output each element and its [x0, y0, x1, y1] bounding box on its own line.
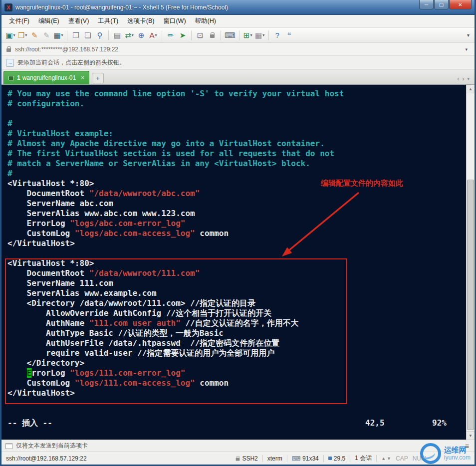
new-window-icon[interactable]: ⊞▾ — [242, 29, 254, 41]
maximize-button[interactable]: ▢ — [434, 0, 449, 9]
ssh-lock-icon — [236, 458, 240, 461]
vim-cursor-position: 42,5 — [365, 418, 385, 428]
tab-close-icon[interactable]: × — [81, 74, 84, 81]
layout-icon[interactable]: ▦▾ — [254, 29, 266, 41]
help-icon[interactable]: ? — [271, 29, 283, 41]
lock-glyph — [210, 34, 215, 38]
tab-number: 1 — [17, 74, 20, 81]
toolbar-separator — [239, 30, 239, 40]
lock-icon[interactable] — [206, 29, 218, 41]
compose-bar-text: 仅将文本发送到当前选项卡 — [16, 442, 88, 450]
terminal-line: <VirtualHost *:80> — [7, 258, 466, 268]
transfer-icon[interactable]: ⇄▾ — [123, 29, 135, 41]
app-icon: X — [4, 3, 12, 11]
tab-bar: 1 wangruifenglinux-01 × + ‹ › ▾ — [1, 70, 475, 85]
minimize-button[interactable]: ─ — [419, 0, 434, 9]
tab-list-dropdown-icon[interactable]: ▾ — [467, 76, 470, 81]
menu-tab[interactable]: 选项卡(B) — [123, 15, 159, 27]
tab-scroll-right-icon[interactable]: › — [462, 75, 464, 82]
terminal-line: <Directory /data/wwwroot/111.com> //指定认证… — [7, 298, 466, 308]
chat-icon[interactable]: ❝ — [283, 29, 295, 41]
web-icon[interactable]: ⊕ — [135, 29, 147, 41]
address-bar[interactable]: ssh://root:*********@192.168.57.129:22 ▾ — [1, 43, 475, 56]
address-input[interactable]: ssh://root:*********@192.168.57.129:22 — [15, 46, 463, 53]
menu-view[interactable]: 查看(V) — [64, 15, 94, 27]
vim-mode-indicator: -- 插入 -- — [7, 418, 52, 428]
status-bar: ssh://root@192.168.57.129:22 SSH2 xterm … — [1, 452, 475, 465]
print-icon[interactable]: ▤ — [111, 29, 123, 41]
add-session-arrow-icon[interactable]: → — [6, 59, 14, 67]
xshell-window: X wangruifenglinux-01 - root@wangruifeng… — [0, 0, 476, 466]
new-session-icon[interactable]: ▣▾ — [4, 29, 16, 41]
scrollbar-thumb[interactable] — [467, 180, 474, 430]
terminal-line: <VirtualHost *:80> — [7, 179, 466, 189]
dropdown-arrow-icon: ▾ — [250, 33, 252, 37]
terminal-line: # You may use the command line option '-… — [7, 89, 466, 99]
terminal-line: ErrorLog "logs/111.com-error_log" — [7, 368, 466, 378]
fullscreen-icon[interactable]: ⊡ — [194, 29, 206, 41]
find-icon[interactable]: ⚲ — [94, 29, 106, 41]
scrollbar-down-icon[interactable]: ▼ — [467, 431, 475, 440]
terminal-line: AuthUserFile /data/.htpasswd //指定密码文件所在位… — [7, 338, 466, 348]
scrollbar-up-icon[interactable]: ▲ — [467, 85, 475, 93]
terminal-area: # You may use the command line option '-… — [1, 85, 475, 440]
compose-menu-icon[interactable]: ≡ — [464, 442, 471, 450]
keypad-icon[interactable]: ⌨ — [224, 29, 237, 41]
paste-icon[interactable]: ❏ — [82, 29, 94, 41]
session-properties-icon[interactable]: ▦▾ — [52, 29, 64, 41]
terminal-screen[interactable]: # You may use the command line option '-… — [1, 85, 466, 440]
tab-scroll-controls: ‹ › ▾ — [457, 75, 473, 84]
address-dropdown-icon[interactable]: ▾ — [463, 47, 470, 52]
title-bar[interactable]: X wangruifenglinux-01 - root@wangruifeng… — [1, 0, 475, 15]
vim-scroll-percent: 92% — [432, 418, 447, 428]
toolbar-separator — [221, 30, 221, 40]
caps-lock-indicator: CAP — [396, 455, 408, 462]
position-icon — [328, 457, 332, 460]
toolbar-separator — [191, 30, 192, 40]
edit-session-icon[interactable]: ✎ — [28, 29, 40, 41]
terminal-line: ServerName abc.com — [7, 199, 466, 209]
terminal-line: CustomLog "logs/111.com-access_log" comm… — [7, 378, 466, 388]
scroll-down-icon[interactable]: ▼ — [387, 456, 391, 461]
compose-bar[interactable]: 仅将文本发送到当前选项卡 ≡ — [1, 440, 475, 452]
terminal-line: ServerAlias www.example.com — [7, 288, 466, 298]
font-icon[interactable]: A▾ — [147, 29, 159, 41]
terminal-line: # — [7, 169, 466, 179]
tab-session-1[interactable]: 1 wangruifenglinux-01 × — [3, 71, 89, 84]
scroll-up-icon[interactable]: ▲ — [381, 456, 386, 461]
vertical-scrollbar[interactable]: ▲ ▼ — [466, 85, 475, 440]
dropdown-arrow-icon: ▾ — [262, 33, 264, 37]
terminal-line: # VirtualHost example: — [7, 129, 466, 139]
new-tab-button[interactable]: + — [92, 73, 104, 83]
terminal-line: # Almost any Apache directive may go int… — [7, 139, 466, 149]
menu-tools[interactable]: 工具(T) — [93, 15, 123, 27]
statusbar-size: ⌨ 91x34 — [292, 455, 319, 462]
copy-icon[interactable]: ❐ — [70, 29, 82, 41]
statusbar-separator — [323, 455, 324, 462]
menu-window[interactable]: 窗口(W) — [159, 15, 190, 27]
tab-scroll-left-icon[interactable]: ‹ — [457, 75, 459, 82]
close-button[interactable]: ✕ — [449, 0, 472, 9]
size-label: 91x34 — [302, 455, 319, 462]
info-bar: → 要添加当前会话，点击左侧的箭头按钮。 — [1, 56, 475, 70]
dropdown-arrow-icon: ▾ — [132, 33, 134, 37]
terminal-line: </Directory> — [7, 358, 466, 368]
terminal-line — [7, 109, 466, 119]
edit-disabled-icon[interactable]: ✎ — [40, 29, 52, 41]
terminal-text: # You may use the command line option '-… — [1, 85, 466, 398]
send-icon[interactable]: ➤ — [177, 29, 189, 41]
statusbar-separator — [350, 455, 350, 462]
compose-icon[interactable]: ✏ — [165, 29, 177, 41]
open-sessions-icon[interactable]: ❐▾ — [16, 29, 28, 41]
protocol-label: SSH2 — [242, 455, 257, 462]
terminal-line: AuthType Basic //认证的类型，一般为Basic — [7, 328, 466, 338]
toolbar-overflow-icon[interactable]: ▾ — [465, 32, 472, 38]
statusbar-separator — [287, 455, 287, 462]
menu-file[interactable]: 文件(F) — [4, 15, 34, 27]
tab-label: wangruifenglinux-01 — [22, 74, 76, 81]
terminal-icon — [8, 76, 14, 80]
menu-edit[interactable]: 编辑(E) — [34, 15, 64, 27]
terminal-line: # configuration. — [7, 99, 466, 109]
statusbar-scroll-icons: ▲ ▼ — [381, 456, 391, 461]
menu-help[interactable]: 帮助(H) — [191, 15, 221, 27]
